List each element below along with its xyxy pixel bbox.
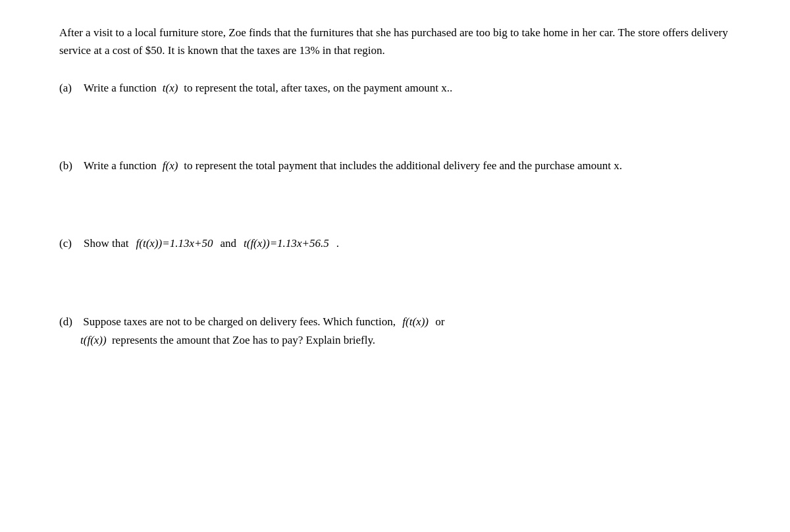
intro-text: After a visit to a local furniture store… xyxy=(59,24,731,59)
question-d-content: (d) Suppose taxes are not to be charged … xyxy=(59,313,731,350)
part-b-math: f(x) xyxy=(163,157,178,175)
question-c: (c) Show that f(t(x))=1.13x+50 and t(f(x… xyxy=(59,234,731,292)
part-b-label: (b) xyxy=(59,157,80,175)
part-c-text-end: . xyxy=(336,234,339,253)
part-b-spacer xyxy=(59,175,731,215)
part-a-text-before: Write a function xyxy=(84,79,157,97)
part-b-text-before: Write a function xyxy=(84,157,157,175)
part-d-math-func2: t(f(x)) xyxy=(80,334,109,346)
part-a-label: (a) xyxy=(59,79,80,97)
part-d-label: (d) xyxy=(59,313,80,331)
part-b-text-after: to represent the total payment that incl… xyxy=(184,157,622,175)
question-c-line: (c) Show that f(t(x))=1.13x+50 and t(f(x… xyxy=(59,234,731,253)
question-a-line: (a) Write a function t(x) to represent t… xyxy=(59,79,731,97)
question-d: (d) Suppose taxes are not to be charged … xyxy=(59,313,731,350)
question-b-line: (b) Write a function f(x) to represent t… xyxy=(59,157,731,175)
part-a-spacer xyxy=(59,97,731,137)
part-c-text-before: Show that xyxy=(84,234,128,253)
question-a: (a) Write a function t(x) to represent t… xyxy=(59,79,731,137)
page-container: After a visit to a local furniture store… xyxy=(33,0,757,396)
part-d-text-before: Suppose taxes are not to be charged on d… xyxy=(83,315,396,328)
part-d-text-after: represents the amount that Zoe has to pa… xyxy=(112,334,375,346)
part-d-math-func1: f(t(x)) xyxy=(402,315,431,328)
part-c-text-and: and xyxy=(220,234,236,253)
question-b: (b) Write a function f(x) to represent t… xyxy=(59,157,731,215)
part-c-math-eq2: t(f(x))=1.13x+56.5 xyxy=(244,234,329,253)
part-a-math: t(x) xyxy=(163,79,178,97)
part-c-label: (c) xyxy=(59,234,80,253)
part-c-math-eq1: f(t(x))=1.13x+50 xyxy=(136,234,213,253)
part-c-spacer xyxy=(59,253,731,293)
part-d-text-or: or xyxy=(435,315,444,328)
part-a-text-after: to represent the total, after taxes, on … xyxy=(184,79,452,97)
